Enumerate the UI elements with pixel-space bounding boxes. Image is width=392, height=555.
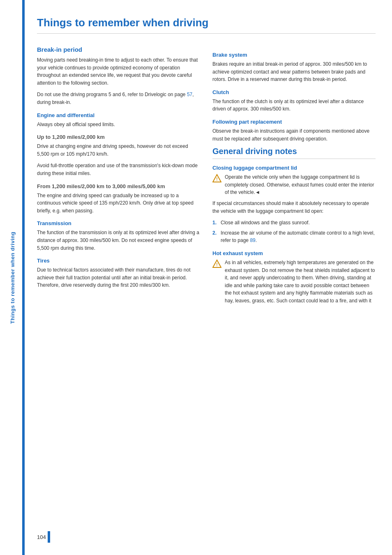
following-text: Observe the break-in instructions again … bbox=[212, 127, 376, 143]
svg-text:!: ! bbox=[216, 263, 217, 267]
columns-layout: Break-in period Moving parts need breaki… bbox=[37, 46, 376, 308]
break-in-title: Break-in period bbox=[37, 46, 200, 53]
sidebar-label: Things to remember when driving bbox=[9, 231, 16, 323]
section-engine: Engine and differential Always obey all … bbox=[37, 112, 200, 129]
section-clutch: Clutch The function of the clutch is onl… bbox=[212, 89, 376, 113]
clutch-text: The function of the clutch is only at it… bbox=[212, 98, 376, 113]
break-in-intro: Moving parts need breaking-in time to ad… bbox=[37, 56, 200, 87]
page-bar bbox=[48, 531, 50, 543]
closing-warning-block: ! Operate the vehicle only when the lugg… bbox=[212, 173, 376, 196]
subsection-3000-text: The engine and driving speed can gradual… bbox=[37, 192, 200, 215]
list-item: 2. Increase the air volume of the automa… bbox=[212, 229, 376, 244]
subsection-1200-text1: Drive at changing engine and driving spe… bbox=[37, 143, 200, 158]
sidebar: Things to remember when driving bbox=[0, 0, 25, 555]
closing-warning-text: Operate the vehicle only when the luggag… bbox=[225, 173, 376, 196]
section-1200: Up to 1,200 miles/2,000 km Drive at chan… bbox=[37, 134, 200, 177]
clutch-title: Clutch bbox=[212, 89, 376, 95]
list-text-2: Increase the air volume of the automatic… bbox=[221, 229, 376, 244]
page-number-area: 104 bbox=[37, 531, 50, 543]
subsection-1200-text2: Avoid full-throttle operation and use of… bbox=[37, 162, 200, 177]
section-following: Following part replacement Observe the b… bbox=[212, 119, 376, 143]
transmission-text: The function of the transmission is only… bbox=[37, 229, 200, 252]
left-column: Break-in period Moving parts need breaki… bbox=[37, 46, 200, 308]
section-transmission: Transmission The function of the transmi… bbox=[37, 220, 200, 252]
list-num-1: 1. bbox=[212, 219, 218, 227]
section-brake: Brake system Brakes require an initial b… bbox=[212, 52, 376, 83]
section-3000: From 1,200 miles/2,000 km to 3,000 miles… bbox=[37, 183, 200, 215]
section-hot-exhaust: Hot exhaust system ! As in all vehicles,… bbox=[212, 250, 376, 305]
closing-conditional-text: If special circumstances should make it … bbox=[212, 200, 376, 215]
drivelogic-link[interactable]: 57 bbox=[187, 92, 192, 97]
engine-text: Always obey all official speed limits. bbox=[37, 121, 200, 129]
list-item: 1. Close all windows and the glass sunro… bbox=[212, 219, 376, 227]
list-text-1: Close all windows and the glass sunroof. bbox=[221, 219, 310, 227]
tires-title: Tires bbox=[37, 258, 200, 264]
hot-exhaust-title: Hot exhaust system bbox=[212, 250, 376, 256]
main-content: Things to remember when driving Break-in… bbox=[25, 0, 392, 555]
svg-text:!: ! bbox=[216, 177, 217, 182]
following-title: Following part replacement bbox=[212, 119, 376, 125]
list-num-2: 2. bbox=[212, 229, 218, 244]
right-column: Brake system Brakes require an initial b… bbox=[212, 46, 376, 308]
section-closing: Closing luggage compartment lid ! Operat… bbox=[212, 165, 376, 244]
transmission-title: Transmission bbox=[37, 220, 200, 226]
page-title: Things to remember when driving bbox=[37, 16, 376, 34]
tires-text: Due to technical factors associated with… bbox=[37, 266, 200, 289]
hot-exhaust-warning-block: ! As in all vehicles, extremely high tem… bbox=[212, 259, 376, 305]
page-container: Things to remember when driving Things t… bbox=[0, 0, 392, 555]
closing-list: 1. Close all windows and the glass sunro… bbox=[212, 219, 376, 244]
section-tires: Tires Due to technical factors associate… bbox=[37, 258, 200, 289]
warning-triangle-icon-2: ! bbox=[212, 259, 221, 268]
section-break-in: Break-in period Moving parts need breaki… bbox=[37, 46, 200, 106]
brake-title: Brake system bbox=[212, 52, 376, 58]
warning-triangle-icon: ! bbox=[212, 174, 221, 183]
page-89-link[interactable]: 89 bbox=[250, 237, 255, 243]
page-number: 104 bbox=[37, 534, 46, 540]
general-title: General driving notes bbox=[212, 147, 376, 159]
closing-title: Closing luggage compartment lid bbox=[212, 165, 376, 171]
hot-exhaust-warning-text: As in all vehicles, extremely high tempe… bbox=[225, 259, 376, 305]
subsection-3000-title: From 1,200 miles/2,000 km to 3,000 miles… bbox=[37, 183, 200, 189]
engine-title: Engine and differential bbox=[37, 112, 200, 118]
subsection-1200-title: Up to 1,200 miles/2,000 km bbox=[37, 134, 200, 140]
section-general: General driving notes bbox=[212, 147, 376, 159]
brake-text: Brakes require an initial break-in perio… bbox=[212, 60, 376, 83]
break-in-drivelogic: Do not use the driving programs 5 and 6,… bbox=[37, 91, 200, 106]
